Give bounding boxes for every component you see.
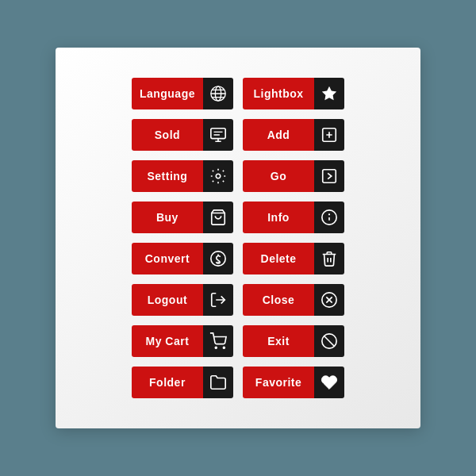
exit-button[interactable]: Exit [243,325,344,357]
language-icon [203,78,233,109]
my-cart-button[interactable]: My Cart [132,325,233,357]
info-label: Info [243,202,314,233]
svg-point-26 [223,347,225,348]
buy-icon [203,202,233,233]
svg-marker-5 [322,86,336,100]
svg-line-28 [324,336,335,347]
close-label: Close [243,284,314,316]
favorite-button[interactable]: Favorite [243,367,344,398]
main-card: Language Lightbox Sold Add Setting Go Bu… [56,48,420,428]
setting-label: Setting [132,160,203,192]
sold-button[interactable]: Sold [132,119,233,151]
logout-icon [203,284,233,316]
svg-rect-13 [323,170,336,183]
convert-button[interactable]: Convert [132,243,233,274]
sold-label: Sold [132,119,203,151]
svg-point-12 [216,174,221,178]
favorite-icon [314,367,344,398]
logout-button[interactable]: Logout [132,284,233,316]
add-button[interactable]: Add [243,119,344,151]
add-label: Add [243,119,314,151]
svg-rect-6 [211,129,225,139]
go-label: Go [243,160,314,192]
my-cart-icon [203,325,233,357]
info-icon [314,202,344,233]
convert-icon [203,243,233,274]
setting-icon [203,160,233,192]
lightbox-icon [314,78,344,109]
folder-icon [203,367,233,398]
buy-button[interactable]: Buy [132,202,233,233]
setting-button[interactable]: Setting [132,160,233,192]
close-icon [314,284,344,316]
lightbox-label: Lightbox [243,78,314,109]
exit-icon [314,325,344,357]
favorite-label: Favorite [243,367,314,398]
convert-label: Convert [132,243,203,274]
delete-label: Delete [243,243,314,274]
close-button[interactable]: Close [243,284,344,316]
folder-label: Folder [132,367,203,398]
buy-label: Buy [132,202,203,233]
add-icon [314,119,344,151]
go-button[interactable]: Go [243,160,344,192]
svg-point-25 [215,347,217,348]
language-label: Language [132,78,203,109]
language-button[interactable]: Language [132,78,233,109]
lightbox-button[interactable]: Lightbox [243,78,344,109]
my-cart-label: My Cart [132,325,203,357]
delete-button[interactable]: Delete [243,243,344,274]
sold-icon [203,119,233,151]
exit-label: Exit [243,325,314,357]
info-button[interactable]: Info [243,202,344,233]
folder-button[interactable]: Folder [132,367,233,398]
button-grid: Language Lightbox Sold Add Setting Go Bu… [116,62,360,414]
go-icon [314,160,344,192]
logout-label: Logout [132,284,203,316]
delete-icon [314,243,344,274]
